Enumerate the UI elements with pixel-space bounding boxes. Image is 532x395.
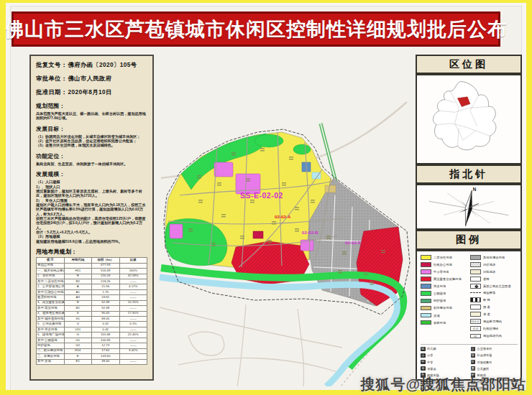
facility-label: 社会停车场 (477, 353, 492, 357)
legend-item: 道路 (470, 276, 518, 282)
block-code-label-b: 02-02-B (302, 230, 318, 235)
legend-swatch (421, 320, 431, 325)
legend-swatch (421, 276, 431, 282)
legend-item: 农林用地 (421, 320, 468, 325)
meta-row: 审批单位：佛山市人民政府 (36, 75, 147, 83)
table-cell: 其中 城市道路用地 (37, 317, 65, 322)
facility-icon: 厕 (471, 366, 476, 371)
table-row: 其中 行政办公用地A11.75—— (37, 289, 147, 294)
table-cell: 220.26 (92, 274, 120, 279)
legend-swatch (470, 297, 481, 302)
table-cell: 143.60 (92, 354, 120, 359)
parcel-code-mark (197, 175, 201, 177)
table-row: 其中 水域E139.40—— (37, 359, 147, 364)
meta-label: 批准日期： (36, 88, 67, 96)
legend-item: 省 道 (470, 312, 518, 317)
legend-item: 国 道 (470, 305, 518, 310)
table-row: 三、非建设用地E143.60 (37, 354, 147, 359)
parcel-code-mark (295, 207, 299, 208)
table-cell: 其中 商业用地 (37, 306, 65, 311)
parcel-code-mark (211, 243, 216, 244)
table-cell: 115.68 (92, 333, 120, 338)
table-cell: G1 (64, 338, 92, 343)
table-row: 1、居住用地R220.2642.59% (37, 274, 147, 279)
table-cell: —— (119, 338, 147, 343)
section-text: 集商业商贸、生态宜居、休闲旅游于一体的城市休闲区。 (36, 162, 147, 166)
parcel-code-mark (217, 182, 221, 184)
admin-office-plot (253, 231, 263, 238)
facility-item: 幼幼儿园 (421, 347, 468, 352)
section-heading: 发展目标： (36, 125, 147, 133)
facility-icon: 公 (471, 347, 476, 352)
parcel-code-mark (295, 228, 299, 230)
parcel-code-mark (267, 240, 272, 241)
district-outline (433, 81, 495, 149)
table-cell (119, 263, 147, 268)
legend-swatch (421, 291, 431, 296)
legend-label: 水域 (434, 314, 440, 317)
parcel-code-mark (289, 157, 293, 158)
legend-item: 02-02行政区编码 (470, 326, 518, 331)
table-row: 其中 商业用地B152.38—— (37, 306, 147, 311)
table-row: 教育科研用地A319.81—— (37, 295, 147, 300)
table-header-row: 项 目用地代码面积（ha）比重 (37, 258, 147, 263)
legend-item: 高速公路及立交匝道 (470, 284, 518, 289)
table-cell: R (64, 274, 92, 279)
table-row: 3、商业服务业设施用地B52.3810.15% (37, 300, 147, 305)
parcel-code-mark (282, 185, 286, 186)
parcel-code-mark (267, 242, 272, 243)
parcel-code-mark (364, 271, 368, 273)
table-cell: U11 (64, 327, 92, 332)
legend-label: 已征地块 (483, 263, 495, 266)
legend-label: 防护绿地 (434, 299, 446, 302)
legend-swatch (470, 269, 481, 274)
table-cell: 0.42 (92, 327, 120, 332)
parcel-code-mark (250, 200, 254, 201)
legend-item: 商业服务业设施用地 (421, 276, 468, 282)
parcel-code-mark (198, 200, 203, 201)
section-text: 按照三水区芦苞镇商品住宅的统计，高层住宅按照125方/户，低密度住宅按照240方… (36, 216, 147, 230)
table-cell: 52.38 (92, 300, 120, 305)
legend-item: R2规划地块代码 (470, 334, 518, 339)
commercial-area-east (357, 227, 403, 306)
parcel-code-mark (289, 159, 293, 160)
north-arrow-title: 指北针 (416, 164, 522, 184)
approval-meta: 批复文号：佛府办函〔2020〕105号审批单位：佛山市人民政府批准日期：2020… (36, 61, 147, 96)
table-row: 规划总用地677.69 (37, 263, 147, 268)
table-cell: 其中 供水用地 (37, 327, 65, 332)
parcel-code-mark (211, 245, 216, 246)
meta-value: 2020年8月10日 (68, 88, 111, 96)
table-cell: 4.17% (119, 284, 147, 289)
table-cell: 其中 水域 (37, 359, 65, 364)
legend-label: 省 道 (483, 312, 490, 316)
table-cell: 5、公用设施用地 (37, 322, 65, 327)
table-cell: 1.75 (92, 289, 120, 294)
legend-title: 图例 (416, 230, 522, 250)
table-cell: 0.1% (119, 322, 147, 327)
section-heading: 规划范围： (36, 102, 147, 110)
table-cell: 6、绿地与广场用地 (37, 333, 65, 338)
block-code-label-a: 02-02-A (275, 214, 291, 219)
parcel-code-mark (338, 272, 342, 274)
table-cell: —— (119, 327, 147, 332)
facility-icon: 幼 (421, 347, 426, 352)
legend-swatch (421, 269, 431, 274)
legend-item: 村庄建设用地 (421, 306, 468, 311)
legend-label: 道路 (483, 277, 490, 281)
table-row: 其中 供水用地U110.42—— (37, 327, 147, 332)
table-cell: S (64, 311, 92, 316)
planning-map-svg: SS-E-02-02 02-02-A 02-02-B 02-02-E (154, 55, 414, 386)
legend-column-left: 二类居住用地行政办公用地中小学用地商业服务业设施用地供水用地公园绿地防护绿地村庄… (421, 255, 468, 341)
parcel-code-mark (246, 178, 250, 180)
legend-label: 供水用地 (434, 284, 446, 288)
table-row: 4、道路与交通设施用地S90.4517.50% (37, 311, 147, 316)
parcel-code-mark (221, 214, 226, 215)
meta-row: 批准日期：2020年8月10日 (36, 88, 147, 96)
parcel-code-mark (188, 228, 193, 230)
parcel-code-mark (338, 270, 342, 271)
text-sections: 规划范围：具体范围为芦苞大道以北、横一路以南、长岐古村以西，规划总用地面积约67… (36, 102, 147, 243)
parcel-code-mark (381, 252, 385, 254)
table-cell: —— (119, 289, 147, 294)
table-cell: 规划总用地 (37, 263, 65, 268)
table-cell: E (64, 354, 92, 359)
